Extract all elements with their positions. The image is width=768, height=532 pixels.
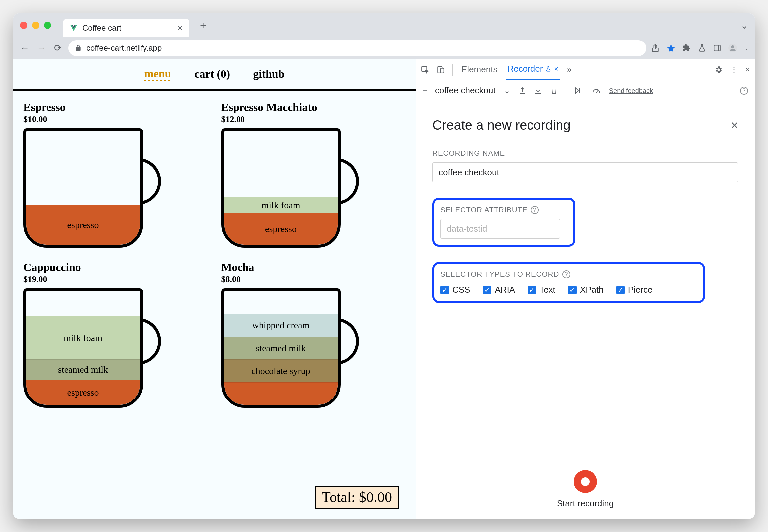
product-cappuccino: Cappuccino $19.00 milk foam steamed milk… xyxy=(23,261,208,408)
selector-types-label: SELECTOR TYPES TO RECORD ? xyxy=(440,270,697,279)
svg-rect-1 xyxy=(714,45,720,51)
minimize-window-button[interactable] xyxy=(32,22,39,29)
cup-body: milk foam espresso xyxy=(221,128,341,248)
browser-window: Coffee cart × + ⌄ ← → ⟳ coffee-cart.netl… xyxy=(13,13,755,519)
chrome-menu-icon[interactable]: ⋮ xyxy=(744,45,749,51)
checkbox-css[interactable]: ✓CSS xyxy=(440,285,470,295)
tabs-chevron-icon[interactable]: ⌄ xyxy=(740,20,748,31)
recorder-toolbar: + coffee checkout ⌄ Send feedback ? xyxy=(416,80,755,101)
nav-menu[interactable]: menu xyxy=(144,67,171,81)
page-navigation: menu cart (0) github xyxy=(13,59,416,91)
product-name: Mocha xyxy=(221,261,406,274)
recording-name-section: RECORDING NAME xyxy=(432,149,738,182)
start-recording-button[interactable] xyxy=(574,470,597,493)
product-grid: Espresso $10.00 espresso Espresso Macchi… xyxy=(13,91,416,418)
cup-body: whipped cream steamed milk chocolate syr… xyxy=(221,288,341,408)
layer-steamed-milk: steamed milk xyxy=(26,359,140,380)
layer-milk-foam: milk foam xyxy=(26,316,140,359)
close-window-button[interactable] xyxy=(20,22,27,29)
layer-espresso: espresso xyxy=(26,380,140,405)
layer-steamed-milk: steamed milk xyxy=(224,337,338,359)
close-panel-icon[interactable]: × xyxy=(731,118,738,132)
close-devtools-icon[interactable]: × xyxy=(745,65,750,74)
step-icon[interactable] xyxy=(574,87,584,95)
tab-elements[interactable]: Elements xyxy=(460,59,499,80)
page-viewport: menu cart (0) github Espresso $10.00 esp… xyxy=(13,59,416,519)
product-price: $19.00 xyxy=(23,274,208,284)
send-feedback-link[interactable]: Send feedback xyxy=(609,87,653,94)
product-mocha: Mocha $8.00 whipped cream steamed milk c… xyxy=(221,261,406,408)
product-price: $12.00 xyxy=(221,114,406,124)
inspect-element-icon[interactable] xyxy=(421,65,429,74)
recording-name-label: RECORDING NAME xyxy=(432,149,738,158)
cup-espresso[interactable]: espresso xyxy=(23,128,163,248)
product-name: Espresso xyxy=(23,101,208,114)
url-text: coffee-cart.netlify.app xyxy=(86,44,162,53)
recorder-footer: Start recording xyxy=(416,460,755,519)
cup-macchiato[interactable]: milk foam espresso xyxy=(221,128,361,248)
recorder-create-panel: Create a new recording × RECORDING NAME … xyxy=(416,101,755,460)
cup-mocha[interactable]: whipped cream steamed milk chocolate syr… xyxy=(221,288,361,408)
nav-github[interactable]: github xyxy=(253,68,285,80)
maximize-window-button[interactable] xyxy=(44,22,51,29)
address-bar[interactable]: coffee-cart.netlify.app xyxy=(68,40,646,56)
new-recording-icon[interactable]: + xyxy=(423,86,427,95)
speed-icon[interactable] xyxy=(592,87,601,95)
forward-button[interactable]: → xyxy=(35,42,47,54)
checkbox-text[interactable]: ✓Text xyxy=(528,285,555,295)
titlebar: Coffee cart × + ⌄ xyxy=(13,13,755,37)
tab-recorder[interactable]: Recorder × xyxy=(506,59,560,80)
cup-body: espresso xyxy=(23,128,143,248)
extensions-icon[interactable] xyxy=(682,44,691,52)
recording-dropdown[interactable]: coffee checkout xyxy=(435,85,496,96)
devtools-menu-icon[interactable]: ⋮ xyxy=(730,65,738,74)
check-icon: ✓ xyxy=(568,286,577,294)
recording-name-input[interactable] xyxy=(432,162,738,182)
toolbar-icons: ⋮ xyxy=(651,44,749,53)
reload-button[interactable]: ⟳ xyxy=(52,42,64,54)
svg-point-4 xyxy=(731,45,734,48)
settings-gear-icon[interactable] xyxy=(714,65,723,74)
back-button[interactable]: ← xyxy=(19,42,31,54)
more-tabs-icon[interactable]: » xyxy=(567,65,571,74)
devtools-tab-strip: Elements Recorder × » ⋮ × xyxy=(416,59,755,80)
share-icon[interactable] xyxy=(651,44,660,52)
chevron-down-icon[interactable]: ⌄ xyxy=(504,86,510,95)
layer-espresso: espresso xyxy=(224,213,338,245)
export-icon[interactable] xyxy=(518,87,526,95)
side-panel-icon[interactable] xyxy=(713,44,721,52)
checkbox-aria[interactable]: ✓ARIA xyxy=(483,285,515,295)
cup-cappuccino[interactable]: milk foam steamed milk espresso xyxy=(23,288,163,408)
help-icon[interactable]: ? xyxy=(562,270,570,278)
nav-cart[interactable]: cart (0) xyxy=(195,68,230,80)
check-icon: ✓ xyxy=(483,286,491,294)
traffic-lights xyxy=(20,22,51,29)
help-icon[interactable]: ? xyxy=(531,206,539,214)
close-tab-icon[interactable]: × xyxy=(554,65,558,73)
device-toggle-icon[interactable] xyxy=(436,65,445,74)
product-price: $10.00 xyxy=(23,114,208,124)
new-tab-button[interactable]: + xyxy=(200,19,206,32)
check-icon: ✓ xyxy=(440,286,449,294)
checkbox-pierce[interactable]: ✓Pierce xyxy=(616,285,653,295)
devtools-panel: Elements Recorder × » ⋮ × + coffee check… xyxy=(416,59,755,519)
layer-espresso: espresso xyxy=(26,205,140,245)
selector-attribute-input[interactable] xyxy=(440,219,560,239)
profile-icon[interactable] xyxy=(728,44,737,53)
delete-icon[interactable] xyxy=(550,87,558,95)
total-badge[interactable]: Total: $0.00 xyxy=(315,486,399,509)
content-area: menu cart (0) github Espresso $10.00 esp… xyxy=(13,59,755,519)
selector-attr-label: SELECTOR ATTRIBUTE ? xyxy=(440,206,567,214)
layer-milk-foam: milk foam xyxy=(224,197,338,213)
close-tab-icon[interactable]: × xyxy=(177,23,183,33)
check-icon: ✓ xyxy=(616,286,625,294)
labs-icon[interactable] xyxy=(698,44,706,52)
help-icon[interactable]: ? xyxy=(740,87,748,95)
record-dot-icon xyxy=(581,477,590,486)
import-icon[interactable] xyxy=(534,87,542,95)
layer-chocolate-syrup: chocolate syrup xyxy=(224,359,338,382)
checkbox-xpath[interactable]: ✓XPath xyxy=(568,285,604,295)
layer-espresso xyxy=(224,382,338,405)
browser-tab[interactable]: Coffee cart × xyxy=(63,19,189,37)
bookmark-star-icon[interactable] xyxy=(666,44,676,53)
